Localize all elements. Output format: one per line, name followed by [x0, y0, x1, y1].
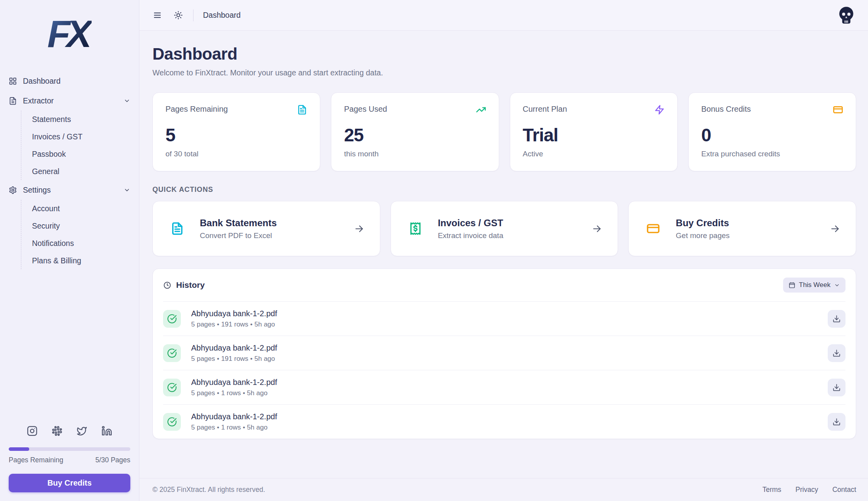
- quick-action-buy-credits[interactable]: Buy Credits Get more pages: [628, 201, 856, 256]
- history-row: Abhyudaya bank-1-2.pdf 5 pages • 191 row…: [163, 301, 845, 336]
- quick-action-bank-statements[interactable]: Bank Statements Convert PDF to Excel: [152, 201, 380, 256]
- quick-action-invoices-gst[interactable]: Invoices / GST Extract invoice data: [391, 201, 618, 256]
- usage-value: 5/30 Pages: [95, 456, 130, 464]
- sidebar-nav: Dashboard Extractor Statements Invoices …: [9, 71, 130, 269]
- history-file-name: Abhyudaya bank-1-2.pdf: [191, 412, 277, 421]
- sidebar-item-extractor[interactable]: Extractor: [9, 91, 130, 111]
- stat-caption: of 30 total: [165, 150, 307, 158]
- sidebar-item-settings[interactable]: Settings: [9, 180, 130, 200]
- credit-card-icon: [833, 105, 843, 115]
- stat-caption: this month: [344, 150, 486, 158]
- sidebar-subitem-statements[interactable]: Statements: [32, 111, 130, 128]
- footer-links: Terms Privacy Contact: [763, 486, 856, 494]
- stat-card-pages-used: Pages Used 25 this month: [331, 92, 499, 171]
- copyright-text: © 2025 FinXtract. All rights reserved.: [152, 486, 265, 494]
- quick-action-title: Invoices / GST: [438, 218, 504, 229]
- stat-value: 5: [165, 124, 307, 146]
- footer: © 2025 FinXtract. All rights reserved. T…: [139, 478, 868, 501]
- stat-label: Pages Used: [344, 105, 387, 114]
- sidebar: FX Dashboard Extractor Statements: [0, 0, 139, 501]
- sidebar-subitem-account[interactable]: Account: [32, 200, 130, 217]
- page-subtitle: Welcome to FinXtract. Monitor your usage…: [152, 68, 856, 77]
- history-title: History: [176, 280, 205, 290]
- sidebar-item-label: Dashboard: [23, 77, 60, 86]
- history-rows: Abhyudaya bank-1-2.pdf 5 pages • 191 row…: [153, 301, 856, 439]
- lightning-bolt-icon: [654, 105, 665, 115]
- download-button[interactable]: [828, 310, 845, 328]
- slack-icon[interactable]: [52, 426, 62, 436]
- topbar: Dashboard: [139, 0, 868, 31]
- history-file-name: Abhyudaya bank-1-2.pdf: [191, 309, 277, 318]
- user-avatar-skull[interactable]: [836, 6, 856, 25]
- sidebar-subitem-invoices-gst[interactable]: Invoices / GST: [32, 128, 130, 145]
- calendar-icon: [789, 282, 795, 289]
- buy-credits-button[interactable]: Buy Credits: [9, 474, 130, 492]
- history-file-name: Abhyudaya bank-1-2.pdf: [191, 378, 277, 387]
- stat-caption: Active: [523, 150, 665, 158]
- check-circle-icon: [163, 310, 181, 328]
- receipt-dollar-icon: [409, 222, 422, 235]
- stat-caption: Extra purchased credits: [701, 150, 843, 158]
- chevron-down-icon: [834, 282, 840, 288]
- instagram-icon[interactable]: [27, 426, 38, 436]
- history-filter-dropdown[interactable]: This Week: [783, 278, 845, 293]
- stat-label: Pages Remaining: [165, 105, 228, 114]
- clock-icon: [163, 281, 171, 289]
- dashboard-content: Dashboard Welcome to FinXtract. Monitor …: [139, 31, 868, 478]
- sidebar-subitem-notifications[interactable]: Notifications: [32, 235, 130, 252]
- sidebar-subitem-plans-billing[interactable]: Plans & Billing: [32, 252, 130, 269]
- history-row: Abhyudaya bank-1-2.pdf 5 pages • 1 rows …: [163, 370, 845, 404]
- stat-value: 25: [344, 124, 486, 146]
- history-header: History This Week: [153, 269, 856, 301]
- download-button[interactable]: [828, 379, 845, 396]
- usage-progress-fill: [9, 447, 29, 451]
- download-button[interactable]: [828, 413, 845, 431]
- quick-action-title: Bank Statements: [200, 218, 277, 229]
- gear-icon: [9, 186, 17, 194]
- history-file-meta: 5 pages • 191 rows • 5h ago: [191, 355, 277, 363]
- sidebar-subitem-general[interactable]: General: [32, 163, 130, 180]
- theme-toggle-sun-icon[interactable]: [174, 11, 183, 20]
- topbar-divider: [193, 9, 194, 21]
- arrow-right-icon: [354, 224, 364, 234]
- linkedin-icon[interactable]: [101, 426, 112, 436]
- file-text-icon: [171, 222, 184, 235]
- download-button[interactable]: [828, 344, 845, 362]
- usage-progress-bar: [9, 447, 130, 451]
- stat-card-pages-remaining: Pages Remaining 5 of 30 total: [152, 92, 320, 171]
- chevron-down-icon: [124, 98, 130, 104]
- chevron-down-icon: [124, 187, 130, 193]
- trending-up-icon: [476, 105, 486, 115]
- settings-subnav: Account Security Notifications Plans & B…: [21, 200, 130, 269]
- stat-value: 0: [701, 124, 843, 146]
- footer-link-terms[interactable]: Terms: [763, 486, 782, 494]
- sidebar-item-label: Settings: [23, 186, 51, 195]
- hamburger-menu-icon[interactable]: [153, 11, 162, 20]
- history-file-meta: 5 pages • 1 rows • 5h ago: [191, 389, 277, 397]
- sidebar-subitem-passbook[interactable]: Passbook: [32, 145, 130, 163]
- file-text-icon: [297, 105, 307, 115]
- sidebar-item-dashboard[interactable]: Dashboard: [9, 71, 130, 91]
- quick-action-subtitle: Extract invoice data: [438, 231, 504, 240]
- quick-action-title: Buy Credits: [676, 218, 729, 229]
- extractor-subnav: Statements Invoices / GST Passbook Gener…: [21, 111, 130, 180]
- usage-summary: Pages Remaining 5/30 Pages: [9, 456, 130, 464]
- stat-label: Bonus Credits: [701, 105, 751, 114]
- stat-label: Current Plan: [523, 105, 567, 114]
- footer-link-contact[interactable]: Contact: [832, 486, 856, 494]
- arrow-right-icon: [592, 224, 602, 234]
- history-filter-label: This Week: [799, 281, 830, 289]
- history-file-name: Abhyudaya bank-1-2.pdf: [191, 343, 277, 353]
- stat-value: Trial: [523, 124, 665, 146]
- history-row: Abhyudaya bank-1-2.pdf 5 pages • 1 rows …: [163, 404, 845, 439]
- history-card: History This Week: [152, 268, 856, 439]
- page-title: Dashboard: [152, 45, 856, 64]
- twitter-icon[interactable]: [77, 426, 87, 436]
- history-file-meta: 5 pages • 1 rows • 5h ago: [191, 424, 277, 432]
- brand-logo-text: FX: [47, 12, 92, 56]
- quick-actions-heading: QUICK ACTIONS: [152, 186, 856, 194]
- sidebar-subitem-security[interactable]: Security: [32, 217, 130, 235]
- main-column: Dashboard Dashboard Welcome to FinXtract…: [139, 0, 868, 501]
- stats-grid: Pages Remaining 5 of 30 total Pages Used: [152, 92, 856, 171]
- footer-link-privacy[interactable]: Privacy: [795, 486, 818, 494]
